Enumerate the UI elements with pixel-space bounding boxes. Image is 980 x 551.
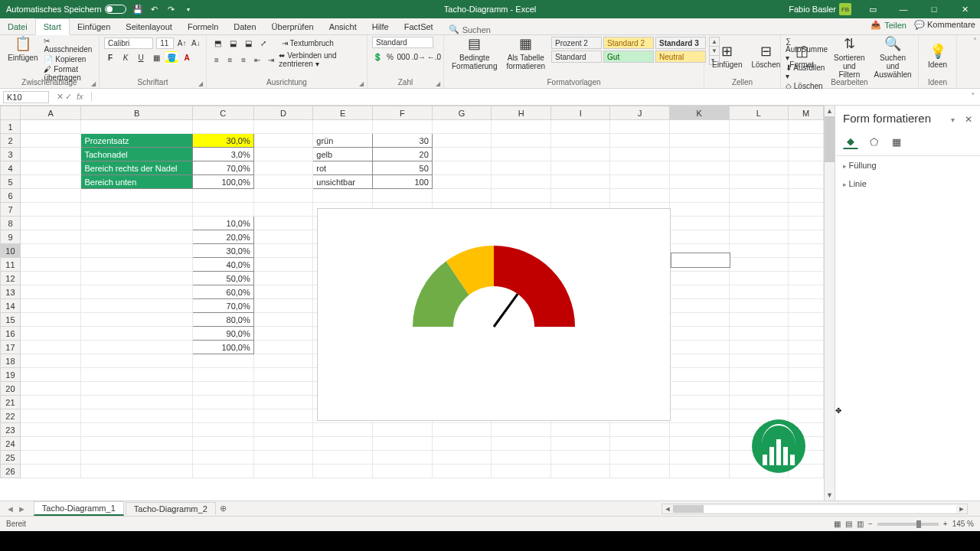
cut-button[interactable]: ✂ Ausschneiden: [44, 37, 94, 54]
tab-review[interactable]: Überprüfen: [264, 19, 322, 34]
tab-file[interactable]: Datei: [0, 19, 35, 34]
align-center-icon[interactable]: ≡: [225, 54, 236, 66]
tell-me-search[interactable]: 🔍 Suchen: [449, 24, 491, 34]
bold-button[interactable]: F: [104, 51, 116, 64]
cancel-formula-icon[interactable]: ✕: [57, 92, 64, 102]
zoom-in-icon[interactable]: +: [943, 520, 948, 528]
style-standard3[interactable]: Standard 3: [655, 37, 706, 49]
tab-help[interactable]: Hilfe: [364, 19, 397, 34]
expand-formula-bar-icon[interactable]: ˅: [966, 92, 980, 102]
view-page-layout-icon[interactable]: ▤: [845, 520, 852, 528]
conditional-format-button[interactable]: ▤Bedingte Formatierung: [449, 37, 500, 70]
pane-close-icon[interactable]: ✕: [965, 114, 972, 125]
account-button[interactable]: Fabio Basler FB: [782, 3, 858, 15]
align-bottom-icon[interactable]: ⬓: [242, 37, 254, 49]
share-button[interactable]: 📤Teilen: [871, 20, 906, 30]
dialog-launcher-icon[interactable]: ◢: [359, 80, 364, 87]
ideas-button[interactable]: 💡Ideen: [923, 37, 952, 77]
pane-options-icon[interactable]: ▾: [951, 116, 955, 124]
view-page-break-icon[interactable]: ▥: [857, 520, 864, 528]
vertical-scrollbar[interactable]: ▲ ▼: [824, 106, 835, 500]
redo-icon[interactable]: ↷: [166, 4, 177, 15]
find-select-button[interactable]: 🔍Suchen und Auswählen: [871, 37, 915, 79]
autosum-button[interactable]: ∑ AutoSumme ▾: [786, 37, 828, 62]
font-color-button[interactable]: A: [181, 51, 193, 64]
dialog-launcher-icon[interactable]: ◢: [436, 80, 440, 87]
fill-line-tab-icon[interactable]: ◆: [843, 134, 858, 149]
indent-inc-icon[interactable]: ⇥: [266, 54, 276, 66]
align-middle-icon[interactable]: ⬓: [227, 37, 239, 49]
formula-bar[interactable]: [92, 96, 966, 98]
zoom-level[interactable]: 145 %: [952, 520, 974, 528]
scroll-left-icon[interactable]: ◄: [662, 505, 673, 513]
percent-icon[interactable]: %: [386, 51, 394, 63]
align-left-icon[interactable]: ≡: [211, 54, 222, 66]
cell-styles-gallery[interactable]: Prozent 2 Standard 2 Standard 3 Standard…: [551, 37, 706, 63]
align-right-icon[interactable]: ≡: [238, 54, 249, 66]
dialog-launcher-icon[interactable]: ◢: [198, 80, 203, 87]
font-name-combo[interactable]: Calibri: [104, 37, 153, 49]
size-props-tab-icon[interactable]: ▦: [889, 134, 904, 149]
font-size-combo[interactable]: 11: [156, 37, 173, 49]
italic-button[interactable]: K: [119, 51, 132, 64]
align-top-icon[interactable]: ⬒: [211, 37, 224, 49]
fill-color-button[interactable]: 🪣: [165, 51, 178, 64]
fx-icon[interactable]: fx: [74, 92, 87, 102]
view-normal-icon[interactable]: ▦: [834, 520, 841, 528]
maximize-icon[interactable]: □: [919, 0, 949, 18]
border-button[interactable]: ▦: [150, 51, 162, 64]
name-box[interactable]: K10: [3, 91, 49, 103]
ribbon-display-icon[interactable]: ▭: [858, 0, 888, 18]
scroll-up-icon[interactable]: ▲: [825, 106, 835, 116]
tab-insert[interactable]: Einfügen: [70, 19, 118, 34]
fill-section[interactable]: Füllung: [835, 156, 980, 174]
number-format-combo[interactable]: Standard: [372, 37, 433, 48]
zoom-slider[interactable]: [877, 523, 939, 526]
effects-tab-icon[interactable]: ⬠: [866, 134, 881, 149]
sheet-tab-1[interactable]: Tacho-Diagramm_1: [34, 501, 124, 516]
copy-button[interactable]: 📄 Kopieren: [44, 55, 94, 64]
enter-formula-icon[interactable]: ✓: [65, 92, 72, 102]
increase-font-icon[interactable]: A↑: [177, 37, 188, 49]
tab-formulas[interactable]: Formeln: [180, 19, 226, 34]
save-icon[interactable]: 💾: [132, 4, 143, 15]
tab-scroll-left-icon[interactable]: ◄: [6, 504, 15, 514]
merge-center-button[interactable]: ⬌ Verbinden und zentrieren ▾: [279, 51, 362, 68]
close-icon[interactable]: ✕: [949, 0, 980, 18]
scroll-right-icon[interactable]: ►: [956, 505, 967, 513]
sheet-tab-2[interactable]: Tacho-Diagramm_2: [126, 502, 216, 515]
sort-filter-button[interactable]: ⇅Sortieren und Filtern: [831, 37, 868, 79]
dialog-launcher-icon[interactable]: ◢: [91, 80, 96, 87]
line-section[interactable]: Linie: [835, 174, 980, 193]
qat-customize-icon[interactable]: ▾: [183, 4, 194, 15]
style-prozent2[interactable]: Prozent 2: [551, 37, 602, 49]
style-standard[interactable]: Standard: [551, 51, 602, 63]
tab-scroll-right-icon[interactable]: ►: [18, 504, 26, 514]
autosave-toggle[interactable]: Automatisches Speichern: [6, 5, 126, 14]
delete-cells-button[interactable]: ⊟Löschen: [748, 44, 783, 70]
wrap-text-button[interactable]: ⇥ Textumbruch: [282, 39, 334, 47]
tab-view[interactable]: Ansicht: [322, 19, 364, 34]
comments-button[interactable]: 💬 Kommentare: [914, 20, 975, 30]
minimize-icon[interactable]: —: [888, 0, 919, 18]
horizontal-scrollbar[interactable]: ◄ ►: [662, 504, 968, 514]
new-sheet-button[interactable]: ⊕: [216, 504, 231, 514]
worksheet-grid[interactable]: ABCDEFGHIJKLM12Prozentsatz30,0%grün303Ta…: [0, 106, 824, 500]
style-neutral[interactable]: Neutral: [655, 51, 706, 63]
insert-cells-button[interactable]: ⊞Einfügen: [709, 44, 745, 70]
inc-decimal-icon[interactable]: .0→: [413, 51, 425, 63]
collapse-ribbon-icon[interactable]: ˄: [957, 35, 980, 88]
dec-decimal-icon[interactable]: ←.0: [428, 51, 440, 63]
comma-icon[interactable]: 000: [397, 51, 410, 63]
style-standard2[interactable]: Standard 2: [603, 37, 654, 49]
indent-dec-icon[interactable]: ⇤: [252, 54, 263, 66]
tab-page-layout[interactable]: Seitenlayout: [118, 19, 180, 34]
underline-button[interactable]: U: [135, 51, 147, 64]
zoom-out-icon[interactable]: −: [868, 520, 873, 528]
tab-factset[interactable]: FactSet: [397, 19, 441, 34]
currency-icon[interactable]: 💲: [372, 51, 383, 63]
paste-button[interactable]: 📋 Einfügen: [5, 37, 41, 62]
scroll-down-icon[interactable]: ▼: [825, 490, 835, 500]
orientation-icon[interactable]: ⤢: [257, 37, 270, 49]
style-gut[interactable]: Gut: [603, 51, 654, 63]
